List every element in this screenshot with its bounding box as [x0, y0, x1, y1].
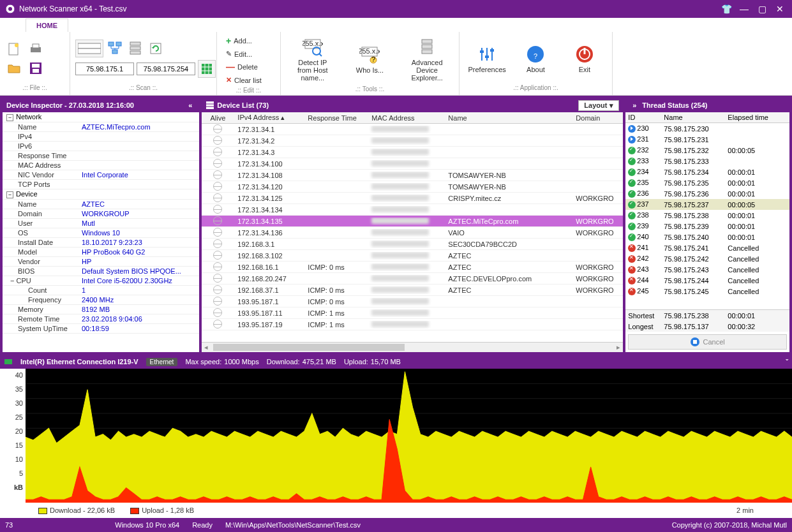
ip-from-input[interactable] [75, 63, 134, 75]
inspector-row[interactable]: UserMutl [3, 219, 199, 228]
clear-list-button[interactable]: ✕Clear list [222, 75, 265, 85]
device-list-columns[interactable]: Alive IPv4 Address ▴ Response Time MAC A… [202, 112, 623, 124]
inspector-row[interactable]: IPv6 [3, 142, 199, 151]
col-mac[interactable]: MAC Address [368, 114, 444, 122]
table-row[interactable]: 172.31.34.100 [202, 158, 623, 170]
inspector-row[interactable]: IPv4 [3, 132, 199, 142]
thread-row[interactable]: 244 75.98.175.244Cancelled [625, 275, 789, 286]
thread-row[interactable]: 242 75.98.175.242Cancelled [625, 253, 789, 264]
exit-button[interactable]: Exit [565, 41, 604, 76]
about-button[interactable]: ? About [516, 41, 555, 76]
inspector-row[interactable]: Install Date18.10.2017 9:23:23 [3, 238, 199, 248]
thread-row[interactable]: 241 75.98.175.241Cancelled [625, 242, 789, 253]
inspector-row[interactable]: DomainWORKGROUP [3, 209, 199, 219]
col-thread-id[interactable]: ID [625, 114, 661, 121]
inspector-group[interactable]: −Network [3, 112, 199, 122]
inspector-row[interactable]: BIOSDefault System BIOS HPQOE... [3, 267, 199, 276]
ip-to-input[interactable] [137, 63, 195, 75]
inspector-row[interactable]: VendorHP [3, 257, 199, 267]
ip-range-icon-button[interactable] [75, 40, 103, 57]
save-button[interactable] [27, 59, 45, 77]
inspector-row[interactable]: System UpTime00:18:59 [3, 324, 199, 334]
table-row[interactable]: 172.31.34.136 VAIO WORKGRO [202, 227, 623, 239]
inspector-group[interactable]: −Device [3, 189, 199, 200]
cancel-button[interactable]: Cancel [628, 334, 787, 350]
inspector-row[interactable]: NameAZTEC.MiTecpro.com [3, 122, 199, 132]
scrollbar-thumb[interactable] [213, 344, 405, 351]
thread-row[interactable]: 236 75.98.175.23600:00:01 [625, 188, 789, 199]
table-row[interactable]: 172.31.34.1 [202, 124, 623, 135]
table-row[interactable]: 193.95.187.19 ICMP: 1 ms [202, 319, 623, 330]
chart-collapse-icon[interactable]: ˇ [786, 358, 788, 366]
horizontal-scrollbar[interactable]: ◂▸ [202, 342, 623, 352]
inspector-row[interactable]: Remote Time23.02.2018 9:04:06 [3, 314, 199, 324]
open-file-button[interactable] [5, 59, 23, 77]
preferences-button[interactable]: Preferences [468, 41, 506, 76]
inspector-row[interactable]: Response Time [3, 151, 199, 161]
table-row[interactable]: 192.168.37.1 ICMP: 0 ms AZTEC WORKGRO [202, 284, 623, 296]
col-response-time[interactable]: Response Time [304, 114, 368, 122]
thread-row[interactable]: 240 75.98.175.24000:00:01 [625, 232, 789, 242]
inspector-row[interactable]: OSWindows 10 [3, 228, 199, 238]
inspector-row[interactable]: Memory8192 MB [3, 305, 199, 314]
table-row[interactable]: 192.168.16.1 ICMP: 0 ms AZTEC WORKGRO [202, 262, 623, 273]
maximize-button[interactable]: ▢ [755, 3, 769, 15]
thread-columns[interactable]: ID Name Elapsed time [625, 112, 789, 123]
inspector-row[interactable]: NameAZTEC [3, 200, 199, 209]
advanced-explorer-button[interactable]: Advanced Device Explorer... [408, 34, 446, 84]
inspector-row[interactable]: NIC VendorIntel Corporate [3, 170, 199, 180]
inspector-row[interactable]: Frequency2400 MHz [3, 295, 199, 305]
table-row[interactable]: 192.168.20.247 AZTEC.DEVELOPpro.com WORK… [202, 273, 623, 284]
collapse-right-icon[interactable]: » [629, 101, 639, 109]
table-row[interactable]: 192.168.3.1 SEC30CDA79BCC2D [202, 239, 623, 250]
thread-row[interactable]: 231 75.98.175.231 [625, 134, 789, 145]
inspector-body[interactable]: −NetworkNameAZTEC.MiTecpro.comIPv4IPv6Re… [3, 112, 199, 352]
table-row[interactable]: 193.95.187.11 ICMP: 1 ms [202, 307, 623, 319]
scroll-right-icon[interactable]: ▸ [616, 343, 620, 351]
table-row[interactable]: 172.31.34.120 TOMSAWYER-NB [202, 181, 623, 193]
thread-row[interactable]: 232 75.98.175.23200:00:05 [625, 145, 789, 156]
add-button[interactable]: +Add... [222, 34, 265, 47]
thread-row[interactable]: 243 75.98.175.243Cancelled [625, 264, 789, 275]
col-thread-name[interactable]: Name [661, 114, 725, 121]
thread-rows[interactable]: 230 75.98.175.230231 75.98.175.231232 75… [625, 123, 789, 309]
inspector-row[interactable]: ModelHP ProBook 640 G2 [3, 248, 199, 257]
thread-row[interactable]: 235 75.98.175.23500:00:01 [625, 177, 789, 188]
col-elapsed-time[interactable]: Elapsed time [725, 114, 776, 121]
col-alive[interactable]: Alive [202, 114, 234, 122]
layout-button[interactable]: Layout▾ [578, 100, 619, 111]
detect-ip-button[interactable]: 255.x.x Detect IP from Host name... [294, 34, 332, 84]
scan-network-button[interactable] [106, 40, 124, 57]
scroll-left-icon[interactable]: ◂ [204, 343, 208, 351]
inspector-row[interactable]: Count1 [3, 286, 199, 295]
thread-row[interactable]: 230 75.98.175.230 [625, 123, 789, 134]
thread-row[interactable]: 237 75.98.175.23700:00:05 [625, 199, 789, 210]
close-button[interactable]: ✕ [773, 3, 787, 15]
col-domain[interactable]: Domain [572, 114, 623, 122]
thread-row[interactable]: 245 75.98.175.245Cancelled [625, 286, 789, 297]
print-button[interactable] [27, 40, 45, 58]
table-row[interactable]: 172.31.34.135 AZTEC.MiTeCpro.com WORKGRO [202, 216, 623, 227]
table-row[interactable]: 172.31.34.134 [202, 204, 623, 216]
whois-button[interactable]: 255.x.x? Who Is... [350, 42, 389, 77]
scan-list-button[interactable] [126, 40, 144, 57]
new-file-button[interactable] [5, 40, 23, 58]
table-row[interactable]: 193.95.187.1 ICMP: 0 ms [202, 296, 623, 307]
inspector-row[interactable]: TCP Ports [3, 180, 199, 189]
scan-refresh-button[interactable] [147, 40, 165, 57]
thread-row[interactable]: 239 75.98.175.23900:00:01 [625, 221, 789, 232]
edit-button[interactable]: ✎Edit... [222, 48, 265, 59]
shirt-icon[interactable]: 👕 [719, 3, 733, 15]
table-row[interactable]: 172.31.34.2 [202, 135, 623, 147]
collapse-left-icon[interactable]: « [185, 101, 195, 109]
thread-row[interactable]: 234 75.98.175.23400:00:01 [625, 166, 789, 177]
table-row[interactable]: 172.31.34.108 TOMSAWYER-NB [202, 170, 623, 181]
table-row[interactable]: 172.31.34.3 [202, 147, 623, 158]
col-name[interactable]: Name [444, 114, 572, 122]
thread-row[interactable]: 238 75.98.175.23800:00:01 [625, 210, 789, 221]
minimize-button[interactable]: — [737, 3, 751, 15]
inspector-row[interactable]: − CPUIntel Core i5-6200U 2.30GHz [3, 276, 199, 286]
thread-row[interactable]: 233 75.98.175.233 [625, 156, 789, 166]
table-row[interactable]: 192.168.3.102 AZTEC [202, 250, 623, 262]
device-list-rows[interactable]: 172.31.34.1 172.31.34.2 172.31.34.3 172.… [202, 124, 623, 342]
